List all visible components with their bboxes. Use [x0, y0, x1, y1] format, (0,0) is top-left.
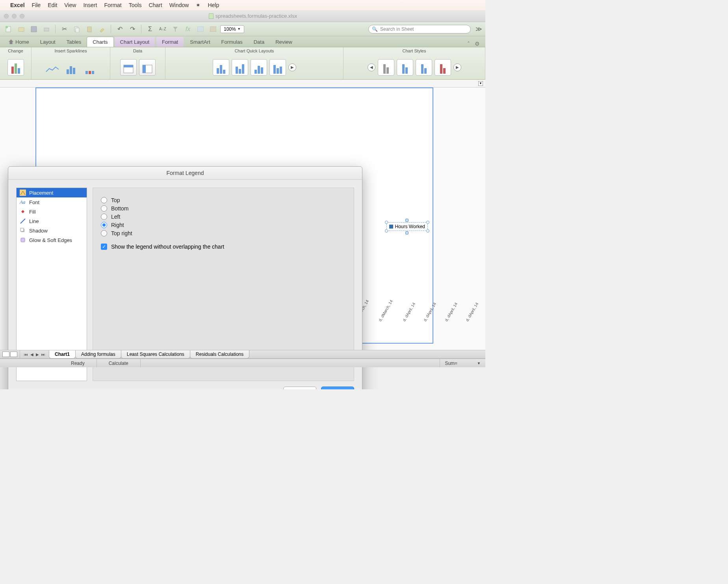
- select-data-button[interactable]: [120, 59, 137, 76]
- layout-2-button[interactable]: [232, 59, 248, 76]
- new-button[interactable]: [3, 24, 14, 34]
- sheet-tab-chart1[interactable]: Chart1: [49, 350, 76, 359]
- styles-next-icon[interactable]: ▶: [453, 63, 461, 71]
- sum-dropdown-icon[interactable]: ▼: [477, 361, 481, 365]
- ok-button[interactable]: OK: [321, 387, 354, 389]
- window-controls[interactable]: [4, 14, 24, 19]
- sidebar-item-placement[interactable]: Placement: [17, 188, 87, 197]
- radio-top[interactable]: Top: [101, 197, 346, 203]
- sort-button[interactable]: A↓Z: [157, 24, 168, 34]
- change-chart-button[interactable]: [7, 59, 24, 76]
- sheet-nav[interactable]: ⏮◀▶⏭: [20, 352, 49, 357]
- filter-button[interactable]: [170, 24, 181, 34]
- print-button[interactable]: [41, 24, 52, 34]
- cut-button[interactable]: ✂: [59, 24, 70, 34]
- menu-file[interactable]: File: [32, 2, 41, 8]
- layouts-next-icon[interactable]: ▶: [288, 63, 296, 71]
- ribbon-collapse-icon[interactable]: ˄: [465, 41, 472, 47]
- script-menu-icon[interactable]: ✶: [196, 2, 201, 8]
- paste-button[interactable]: [84, 24, 95, 34]
- menu-view[interactable]: View: [64, 2, 76, 8]
- checkbox-overlap[interactable]: ✓Show the legend without overlapping the…: [101, 244, 346, 250]
- svg-rect-17: [20, 228, 24, 231]
- legend-swatch-icon: [389, 225, 393, 229]
- radio-bottom[interactable]: Bottom: [101, 205, 346, 212]
- style-1-button[interactable]: [378, 59, 394, 76]
- check-icon: ✓: [101, 244, 107, 250]
- sidebar-item-fill[interactable]: Fill: [17, 207, 87, 216]
- tab-home[interactable]: Home: [3, 37, 35, 47]
- normal-view-icon[interactable]: [2, 352, 9, 357]
- tab-layout[interactable]: Layout: [35, 37, 61, 47]
- standard-toolbar: ✂ ↶ ↷ Σ A↓Z fx 100%▼ 🔍 Search in Sheet ≫: [0, 22, 485, 36]
- svg-rect-9: [210, 26, 216, 32]
- redo-button[interactable]: ↷: [127, 24, 138, 34]
- style-4-button[interactable]: [435, 59, 451, 76]
- tab-formulas[interactable]: Formulas: [216, 37, 248, 47]
- font-icon: Aa: [20, 199, 26, 205]
- svg-rect-18: [21, 238, 25, 242]
- menu-insert[interactable]: Insert: [83, 2, 97, 8]
- tab-review[interactable]: Review: [270, 37, 298, 47]
- tab-data[interactable]: Data: [248, 37, 270, 47]
- tab-charts[interactable]: Charts: [87, 37, 113, 47]
- app-menu[interactable]: Excel: [10, 2, 25, 8]
- format-painter-button[interactable]: [97, 24, 108, 34]
- style-3-button[interactable]: [416, 59, 432, 76]
- cancel-button[interactable]: Cancel: [283, 387, 316, 389]
- radio-right[interactable]: Right: [101, 222, 346, 228]
- tab-smartart[interactable]: SmartArt: [184, 37, 215, 47]
- tab-tables[interactable]: Tables: [61, 37, 87, 47]
- fx-button[interactable]: fx: [182, 24, 193, 34]
- layout-3-button[interactable]: [251, 59, 267, 76]
- column-dropdown-icon[interactable]: ▼: [478, 81, 483, 86]
- switch-plot-button[interactable]: [139, 59, 156, 76]
- next-sheet-icon[interactable]: ▶: [36, 352, 39, 357]
- ribbon-settings-icon[interactable]: ⚙: [472, 41, 482, 47]
- copy-button[interactable]: [71, 24, 82, 34]
- save-button[interactable]: [28, 24, 39, 34]
- sparkline-winloss-button[interactable]: [82, 59, 98, 76]
- styles-prev-icon[interactable]: ◀: [368, 63, 375, 71]
- menu-format[interactable]: Format: [104, 2, 121, 8]
- sheet-tab-residuals[interactable]: Residuals Calculations: [190, 350, 249, 359]
- tab-format[interactable]: Format: [156, 37, 184, 47]
- radio-topright[interactable]: Top right: [101, 230, 346, 236]
- sidebar-item-line[interactable]: Line: [17, 216, 87, 226]
- sidebar-item-shadow[interactable]: Shadow: [17, 226, 87, 235]
- zoom-dropdown[interactable]: 100%▼: [220, 25, 244, 33]
- sparkline-line-button[interactable]: [44, 59, 60, 76]
- ribbon: Change Insert Sparklines Data Chart Quic…: [0, 47, 485, 80]
- status-sum[interactable]: Sum=▼: [440, 359, 485, 367]
- svg-rect-6: [76, 28, 79, 32]
- glow-icon: [20, 237, 26, 243]
- view-buttons[interactable]: [0, 350, 20, 358]
- sidebar-item-font[interactable]: AaFont: [17, 197, 87, 207]
- prev-sheet-icon[interactable]: ◀: [30, 352, 33, 357]
- sparkline-column-button[interactable]: [63, 59, 79, 76]
- show-button[interactable]: [195, 24, 206, 34]
- menu-edit[interactable]: Edit: [48, 2, 57, 8]
- sheet-tab-least-squares[interactable]: Least Squares Calculations: [121, 350, 190, 359]
- toolbar-overflow-icon[interactable]: ≫: [475, 25, 482, 33]
- page-layout-view-icon[interactable]: [10, 352, 17, 357]
- tab-chart-layout[interactable]: Chart Layout: [115, 37, 155, 47]
- chart-legend[interactable]: Hours Worked: [386, 222, 428, 231]
- undo-button[interactable]: ↶: [114, 24, 125, 34]
- radio-left[interactable]: Left: [101, 214, 346, 220]
- layout-1-button[interactable]: [213, 59, 229, 76]
- toolbox-button[interactable]: [208, 24, 219, 34]
- last-sheet-icon[interactable]: ⏭: [41, 352, 45, 357]
- sidebar-item-glow[interactable]: Glow & Soft Edges: [17, 235, 87, 245]
- menu-tools[interactable]: Tools: [129, 2, 142, 8]
- menu-help[interactable]: Help: [208, 2, 219, 8]
- menu-chart[interactable]: Chart: [149, 2, 162, 8]
- menu-window[interactable]: Window: [169, 2, 189, 8]
- first-sheet-icon[interactable]: ⏮: [24, 352, 28, 357]
- open-button[interactable]: [16, 24, 27, 34]
- search-input[interactable]: 🔍 Search in Sheet: [368, 25, 471, 33]
- autosum-button[interactable]: Σ: [145, 24, 156, 34]
- style-2-button[interactable]: [397, 59, 413, 76]
- sheet-tab-adding-formulas[interactable]: Adding formulas: [75, 350, 121, 359]
- layout-4-button[interactable]: [269, 59, 286, 76]
